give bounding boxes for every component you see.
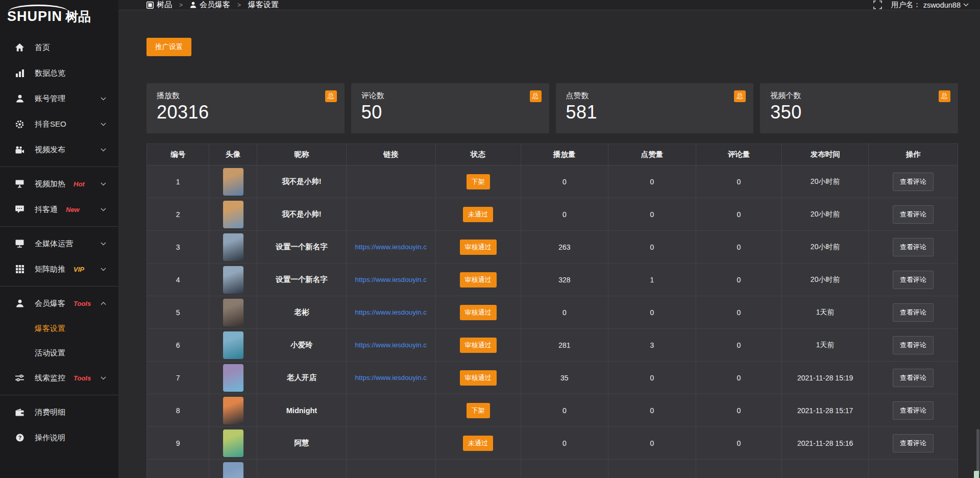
cell-index: 3 — [147, 231, 209, 264]
view-comments-button[interactable]: 查看评论 — [893, 271, 934, 289]
video-link[interactable]: https://www.iesdouyin.c — [351, 341, 431, 349]
stat-label: 播放数 — [157, 91, 334, 101]
stat-total-badge[interactable]: 总 — [939, 90, 950, 102]
menu-tag: VIP — [74, 266, 84, 273]
logo-text-cn: 树品 — [65, 8, 91, 25]
breadcrumb-label: 树品 — [157, 0, 172, 10]
svg-text:?: ? — [18, 435, 21, 441]
username-dropdown[interactable]: 用户名：zswodun88 — [891, 0, 969, 10]
sidebar-item-抖音SEO[interactable]: 抖音SEO — [0, 111, 118, 137]
video-link[interactable]: https://www.iesdouyin.c — [351, 308, 431, 316]
grid-icon — [15, 265, 24, 274]
cell-plays: 328 — [521, 264, 608, 296]
breadcrumb-item-会员爆客[interactable]: 会员爆客 — [190, 0, 230, 10]
floating-widget-sliver[interactable] — [974, 471, 979, 478]
breadcrumb-item-树品[interactable]: 树品 — [146, 0, 172, 10]
cell-nickname: 我不是小帅! — [257, 165, 347, 198]
status-badge: 审核通过 — [460, 338, 497, 353]
cell-nickname — [257, 460, 347, 478]
view-comments-button[interactable]: 查看评论 — [893, 336, 934, 354]
cell-likes: 3 — [608, 329, 696, 362]
wallet-icon — [15, 408, 24, 417]
fullscreen-icon[interactable] — [873, 1, 882, 9]
view-comments-button[interactable]: 查看评论 — [893, 205, 934, 224]
sidebar-item-视频加热[interactable]: 视频加热 Hot — [0, 171, 118, 197]
sidebar-subitem-活动设置[interactable]: 活动设置 — [0, 341, 118, 365]
view-comments-button[interactable]: 查看评论 — [893, 369, 934, 387]
avatar — [223, 364, 243, 392]
cell-index: 8 — [147, 394, 209, 427]
sidebar-divider — [0, 286, 118, 286]
sidebar-item-抖客通[interactable]: 抖客通 New — [0, 197, 118, 222]
cell-plays: 0 — [521, 296, 608, 329]
stat-card-点赞数: 点赞数 581 总 — [556, 83, 754, 133]
sidebar-item-首页[interactable]: 首页 — [0, 35, 118, 60]
view-comments-button[interactable]: 查看评论 — [893, 173, 934, 191]
cell-nickname: 设置一个新名字 — [257, 231, 347, 264]
sidebar-item-矩阵助推[interactable]: 矩阵助推 VIP — [0, 256, 118, 282]
avatar — [223, 397, 243, 424]
cell-comments: 0 — [696, 329, 781, 362]
status-badge: 下架 — [467, 174, 490, 189]
sidebar-item-label: 视频发布 — [35, 145, 65, 155]
sidebar-item-消费明细[interactable]: 消费明细 — [0, 399, 118, 425]
scrollbar-thumb[interactable] — [976, 429, 979, 475]
stat-total-badge[interactable]: 总 — [530, 90, 542, 102]
menu-tag: Tools — [74, 374, 91, 382]
cell-comments: 0 — [696, 165, 781, 198]
video-link[interactable]: https://www.iesdouyin.c — [351, 243, 431, 251]
sidebar-item-线索监控[interactable]: 线索监控 Tools — [0, 365, 118, 391]
stat-card-视频个数: 视频个数 350 总 — [760, 83, 958, 133]
cell-likes: 0 — [608, 427, 696, 460]
sidebar-item-数据总览[interactable]: 数据总览 — [0, 60, 118, 86]
view-comments-button[interactable]: 查看评论 — [893, 434, 934, 452]
stat-card-播放数: 播放数 20316 总 — [146, 83, 345, 133]
cell-likes: 0 — [608, 296, 696, 329]
cell-index: 9 — [147, 427, 209, 460]
cell-plays: 0 — [521, 427, 608, 460]
stat-total-badge[interactable]: 总 — [734, 90, 746, 102]
scrollbar[interactable] — [976, 0, 980, 478]
cell-publish-time — [782, 460, 869, 478]
view-comments-button[interactable]: 查看评论 — [893, 303, 934, 322]
cell-plays: 0 — [521, 165, 608, 198]
cell-plays: 0 — [521, 198, 608, 231]
sidebar-item-视频发布[interactable]: 视频发布 — [0, 137, 118, 162]
sidebar-item-操作说明[interactable]: ? 操作说明 — [0, 425, 118, 450]
avatar — [223, 266, 243, 294]
cell-publish-time: 20小时前 — [782, 198, 869, 231]
video-link[interactable]: https://www.iesdouyin.c — [351, 276, 431, 283]
sidebar-item-label: 账号管理 — [35, 94, 65, 104]
sidebar-item-label: 抖音SEO — [35, 119, 66, 129]
sidebar-item-label: 会员爆客 — [35, 299, 65, 308]
view-comments-button[interactable]: 查看评论 — [893, 401, 934, 420]
page-content: 推广设置 播放数 20316 总 评论数 50 总 点赞数 581 总 视频个数… — [118, 10, 980, 478]
cell-likes: 0 — [608, 165, 696, 198]
promo-settings-button[interactable]: 推广设置 — [146, 38, 191, 56]
cell-comments: 0 — [696, 394, 781, 427]
sidebar-item-账号管理[interactable]: 账号管理 — [0, 86, 118, 111]
stat-label: 点赞数 — [566, 91, 744, 101]
chevron-down-icon — [101, 376, 106, 380]
video-link[interactable]: https://www.iesdouyin.c — [351, 374, 431, 381]
view-comments-button[interactable]: 查看评论 — [893, 238, 934, 256]
brand-logo[interactable]: SHUPIN 树品 — [0, 4, 118, 29]
status-badge: 审核通过 — [460, 370, 497, 386]
table-header-row: 编号头像昵称链接状态播放量点赞量评论量发布时间操作 — [147, 144, 958, 165]
cell-plays — [521, 460, 608, 478]
sidebar-subitem-爆客设置[interactable]: 爆客设置 — [0, 316, 118, 341]
table-row: 1 我不是小帅! 下架 0 0 0 20小时前 查看评论 — [147, 165, 958, 198]
status-badge: 未通过 — [463, 436, 493, 451]
user-icon — [15, 94, 24, 103]
stat-total-badge[interactable]: 总 — [325, 90, 337, 102]
sidebar-item-全媒体运营[interactable]: 全媒体运营 — [0, 231, 118, 256]
sidebar-item-会员爆客[interactable]: 会员爆客 Tools — [0, 291, 118, 316]
avatar — [223, 201, 243, 228]
cell-index: 7 — [147, 362, 209, 394]
sidebar-item-label: 视频加热 — [35, 179, 65, 189]
cell-publish-time: 1天前 — [782, 329, 869, 362]
cell-index: 2 — [147, 198, 209, 231]
column-header-点赞量: 点赞量 — [608, 144, 696, 165]
breadcrumb-item-爆客设置[interactable]: 爆客设置 — [248, 0, 279, 10]
table-row: 7 老人开店 https://www.iesdouyin.c 审核通过 35 0… — [147, 362, 958, 394]
